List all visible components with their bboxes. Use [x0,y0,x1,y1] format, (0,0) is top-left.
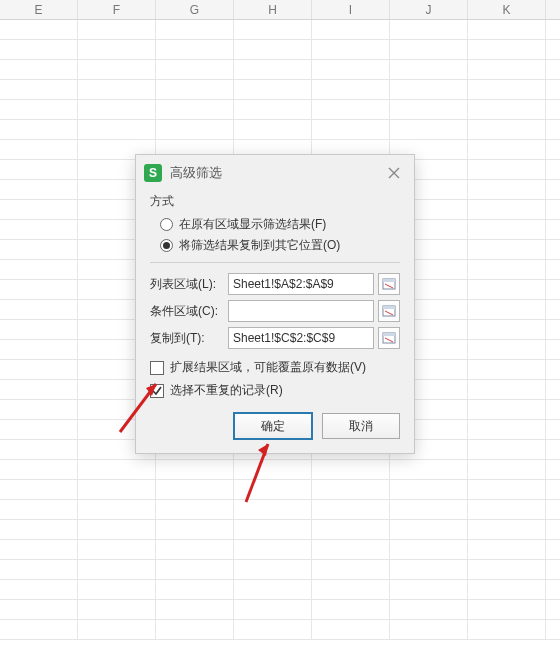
criteria-range-label: 条件区域(C): [150,303,228,320]
svg-rect-5 [383,333,395,336]
radio-icon [160,239,173,252]
col-header[interactable]: H [234,0,312,19]
divider [150,262,400,263]
checkbox-icon [150,361,164,375]
cancel-button[interactable]: 取消 [322,413,400,439]
checkbox-label: 扩展结果区域，可能覆盖原有数据(V) [170,359,366,376]
range-picker-button[interactable] [378,300,400,322]
list-range-input[interactable]: Sheet1!$A$2:$A$9 [228,273,374,295]
radio-label: 在原有区域显示筛选结果(F) [179,216,326,233]
expand-result-checkbox-row[interactable]: 扩展结果区域，可能覆盖原有数据(V) [150,359,400,376]
close-icon[interactable] [384,163,404,183]
col-header[interactable]: J [390,0,468,19]
col-header[interactable]: E [0,0,78,19]
criteria-range-input[interactable] [228,300,374,322]
col-header[interactable]: G [156,0,234,19]
radio-filter-in-place[interactable]: 在原有区域显示筛选结果(F) [160,216,400,233]
range-picker-button[interactable] [378,327,400,349]
range-picker-button[interactable] [378,273,400,295]
dialog-title: 高级筛选 [170,164,384,182]
dialog-titlebar: S 高级筛选 [136,155,414,191]
svg-rect-3 [383,306,395,309]
column-headers-row: E F G H I J K [0,0,560,20]
app-icon: S [144,164,162,182]
criteria-range-row: 条件区域(C): [150,300,400,322]
mode-section-label: 方式 [150,193,400,210]
radio-copy-to-other[interactable]: 将筛选结果复制到其它位置(O) [160,237,400,254]
copy-to-label: 复制到(T): [150,330,228,347]
radio-icon [160,218,173,231]
copy-to-row: 复制到(T): Sheet1!$C$2:$C$9 [150,327,400,349]
advanced-filter-dialog: S 高级筛选 方式 在原有区域显示筛选结果(F) 将筛选结果复制到其它位置(O)… [135,154,415,454]
ok-button[interactable]: 确定 [234,413,312,439]
unique-records-checkbox-row[interactable]: 选择不重复的记录(R) [150,382,400,399]
checkbox-label: 选择不重复的记录(R) [170,382,283,399]
list-range-label: 列表区域(L): [150,276,228,293]
list-range-row: 列表区域(L): Sheet1!$A$2:$A$9 [150,273,400,295]
radio-label: 将筛选结果复制到其它位置(O) [179,237,340,254]
col-header[interactable]: K [468,0,546,19]
checkbox-icon [150,384,164,398]
svg-rect-1 [383,279,395,282]
col-header[interactable]: F [78,0,156,19]
copy-to-input[interactable]: Sheet1!$C$2:$C$9 [228,327,374,349]
col-header[interactable]: I [312,0,390,19]
